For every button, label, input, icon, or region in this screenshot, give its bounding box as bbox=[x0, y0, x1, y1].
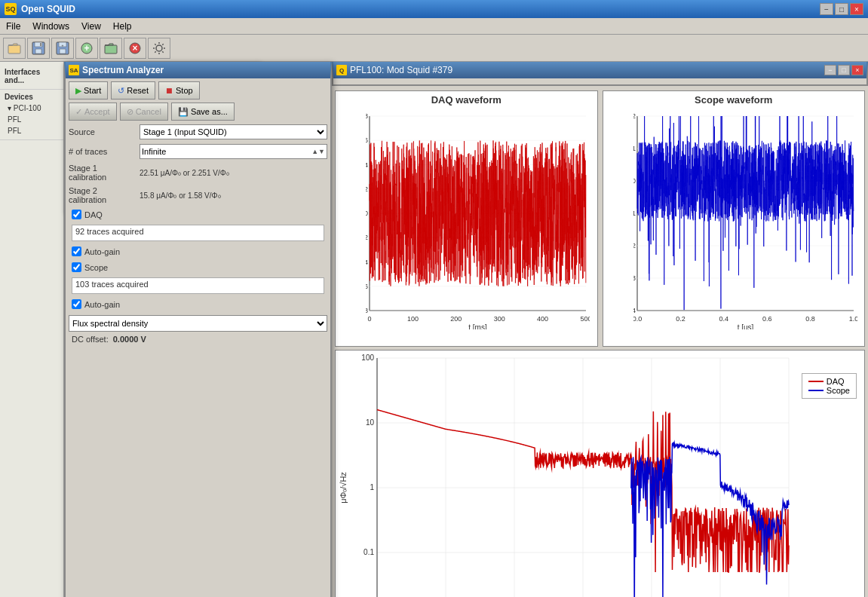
stage1-cal-label: Stage 1 calibration bbox=[69, 164, 136, 182]
reset-button[interactable]: ↺ Reset bbox=[111, 81, 155, 100]
daq-chart-title: DAQ waveform bbox=[336, 91, 597, 107]
spectral-canvas bbox=[336, 351, 857, 597]
save-as-button[interactable]: 💾 Save as... bbox=[171, 103, 235, 121]
save-button[interactable] bbox=[27, 38, 50, 59]
svg-text:×: × bbox=[132, 43, 137, 54]
device-pfl1[interactable]: PFL bbox=[5, 114, 59, 125]
traces-spinbox[interactable]: Infinite ▲▼ bbox=[140, 144, 327, 159]
svg-text:+: + bbox=[84, 43, 89, 54]
pfl100-icon: Q bbox=[336, 65, 347, 75]
devices-label: Devices bbox=[5, 93, 59, 101]
scope-autogain-checkbox[interactable] bbox=[72, 299, 81, 309]
title-bar-left: SQ Open SQUID bbox=[5, 3, 75, 15]
dc-offset-value: 0.0000 V bbox=[113, 335, 146, 344]
pfl100-controls[interactable]: − □ × bbox=[824, 65, 863, 75]
open-button[interactable] bbox=[3, 38, 26, 59]
source-row: Source Stage 1 (Input SQUID) bbox=[69, 124, 327, 140]
stage1-cal-value: 22.51 μA/Φ₀ or 2.251 V/Φ₀ bbox=[140, 169, 327, 177]
title-bar-controls[interactable]: − □ × bbox=[820, 3, 863, 15]
menu-bar: File Windows View Help bbox=[0, 18, 868, 35]
svg-rect-8 bbox=[60, 49, 66, 54]
daq-checkbox-label: DAQ bbox=[84, 210, 103, 219]
menu-file[interactable]: File bbox=[0, 20, 26, 33]
device-pfl2[interactable]: PFL bbox=[5, 125, 59, 136]
top-charts-row: DAQ waveform Scope waveform bbox=[335, 90, 865, 347]
scope-chart-title: Scope waveform bbox=[603, 91, 865, 107]
pfl100-minimize[interactable]: − bbox=[824, 65, 836, 75]
daq-autogain-checkbox[interactable] bbox=[72, 246, 81, 256]
svg-text:+: + bbox=[62, 43, 64, 47]
daq-autogain-row: Auto-gain bbox=[69, 245, 327, 258]
pfl100-window: Q PFL100: Mod Squid #379 − □ × bbox=[332, 62, 868, 86]
accept-button[interactable]: ✓ Accept bbox=[69, 103, 117, 121]
delete-button[interactable]: × bbox=[124, 38, 146, 59]
daq-checkbox[interactable] bbox=[72, 210, 81, 219]
left-sidebar: Interfaces and... Devices ▾ PCI-100 PFL … bbox=[0, 62, 64, 597]
maximize-button[interactable]: □ bbox=[835, 3, 848, 15]
scope-autogain-row: Auto-gain bbox=[69, 298, 327, 311]
spectrum-title: Spectrum Analyzer bbox=[82, 65, 164, 75]
svg-marker-13 bbox=[105, 44, 113, 45]
minimize-button[interactable]: − bbox=[820, 3, 833, 15]
app-content: Interfaces and... Devices ▾ PCI-100 PFL … bbox=[0, 62, 868, 597]
settings-button[interactable] bbox=[148, 38, 170, 59]
pfl100-title-bar: Q PFL100: Mod Squid #379 − □ × bbox=[333, 62, 866, 78]
stage2-cal-row: Stage 2 calibration 15.8 μA/Φ₀ or 1.58 V… bbox=[69, 185, 327, 205]
spectral-chart-container: DAQ Scope bbox=[335, 350, 865, 597]
svg-rect-5 bbox=[40, 43, 41, 46]
menu-windows[interactable]: Windows bbox=[26, 20, 75, 33]
scope-autogain-label: Auto-gain bbox=[84, 300, 120, 309]
legend-daq-label: DAQ bbox=[827, 377, 845, 386]
device-pci[interactable]: ▾ PCI-100 bbox=[5, 103, 59, 114]
interfaces-section: Interfaces and... bbox=[0, 65, 63, 90]
traces-row: # of traces Infinite ▲▼ bbox=[69, 143, 327, 160]
svg-rect-12 bbox=[105, 45, 117, 54]
scope-checkbox-label: Scope bbox=[84, 263, 108, 272]
app-icon: SQ bbox=[5, 3, 17, 15]
menu-view[interactable]: View bbox=[75, 20, 107, 33]
sa-btn-row2: ✓ Accept ⊘ Cancel 💾 Save as... bbox=[69, 103, 327, 121]
source-select[interactable]: Stage 1 (Input SQUID) bbox=[140, 124, 327, 139]
pfl100-title: PFL100: Mod Squid #379 bbox=[350, 65, 452, 75]
stop-button[interactable]: ⏹ Stop bbox=[158, 81, 200, 100]
pfl100-close[interactable]: × bbox=[851, 65, 863, 75]
sa-btn-row1: ▶ Start ↺ Reset ⏹ Stop bbox=[69, 81, 327, 100]
daq-autogain-label: Auto-gain bbox=[84, 247, 120, 256]
pfl100-maximize[interactable]: □ bbox=[838, 65, 850, 75]
dc-offset-label: DC offset: bbox=[72, 335, 109, 344]
legend-daq-line bbox=[808, 381, 824, 382]
scope-checkbox[interactable] bbox=[72, 262, 81, 272]
interfaces-label: Interfaces and... bbox=[5, 68, 59, 84]
spectrum-icon: SA bbox=[69, 65, 79, 75]
daq-traces-box: 92 traces acquired bbox=[72, 225, 324, 241]
start-button[interactable]: ▶ Start bbox=[69, 81, 108, 100]
cancel-button[interactable]: ⊘ Cancel bbox=[120, 103, 168, 121]
menu-help[interactable]: Help bbox=[107, 20, 138, 33]
daq-chart-container: DAQ waveform bbox=[335, 90, 598, 347]
spectral-type-select[interactable]: Flux spectral density bbox=[69, 315, 327, 332]
daq-checkbox-row: DAQ bbox=[69, 208, 327, 221]
legend-scope-line bbox=[808, 390, 824, 391]
folder-button[interactable] bbox=[100, 38, 122, 59]
close-button[interactable]: × bbox=[850, 3, 863, 15]
daq-canvas bbox=[366, 112, 590, 329]
stage2-cal-value: 15.8 μA/Φ₀ or 1.58 V/Φ₀ bbox=[140, 191, 327, 200]
legend-box: DAQ Scope bbox=[802, 373, 857, 399]
app-title: Open SQUID bbox=[21, 4, 75, 14]
save-alt-button[interactable]: + bbox=[51, 38, 74, 59]
legend-scope-label: Scope bbox=[827, 386, 850, 395]
svg-rect-4 bbox=[35, 49, 41, 54]
toolbar: + + × bbox=[0, 35, 868, 62]
scope-traces-box: 103 traces acquired bbox=[72, 277, 324, 294]
scope-checkbox-row: Scope bbox=[69, 261, 327, 274]
sa-controls: ▶ Start ↺ Reset ⏹ Stop ✓ Accept bbox=[66, 78, 330, 314]
legend-scope: Scope bbox=[808, 386, 850, 395]
spectrum-analyzer-panel: SA Spectrum Analyzer ▶ Start ↺ Reset ⏹ S… bbox=[64, 62, 332, 597]
svg-marker-1 bbox=[8, 44, 17, 45]
add-button[interactable]: + bbox=[75, 38, 98, 59]
stage2-cal-label: Stage 2 calibration bbox=[69, 186, 136, 204]
legend-daq: DAQ bbox=[808, 377, 850, 386]
scope-canvas bbox=[633, 112, 857, 329]
devices-section: Devices ▾ PCI-100 PFL PFL bbox=[0, 90, 63, 140]
spectrum-title-bar: SA Spectrum Analyzer bbox=[66, 62, 330, 78]
